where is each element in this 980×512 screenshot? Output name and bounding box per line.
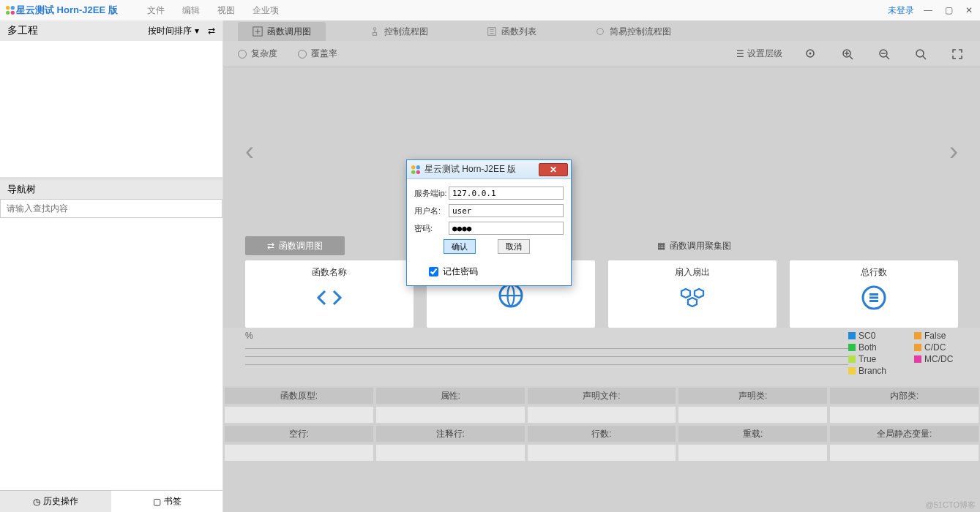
login-status[interactable]: 未登录: [888, 4, 914, 17]
prev-button[interactable]: ‹: [245, 136, 254, 167]
layers-icon: ☰: [736, 49, 744, 59]
label-proto: 函数原型:: [225, 388, 373, 404]
toolbar: 复杂度 覆盖率 ☰设置层级: [223, 41, 980, 67]
label-overload: 重载:: [678, 426, 827, 442]
swatch-icon: [914, 355, 921, 363]
call-graph-icon: [253, 26, 263, 37]
remember-password[interactable]: 记住密码: [414, 266, 564, 278]
main-menu: 文件 编辑 视图 企业项: [147, 4, 279, 17]
field-server-ip: 服务端ip:: [414, 187, 564, 200]
simple-flow-icon: [595, 26, 605, 37]
dialog-buttons: 确认 取消: [414, 239, 564, 254]
svg-point-18: [411, 170, 415, 173]
dialog-body: 服务端ip: 用户名: 密码: 确认 取消 记住密码: [407, 179, 571, 285]
legend-row: % SC0 False Both C/DC True MC/DC Branch: [223, 328, 980, 386]
nav-search-input[interactable]: [1, 200, 222, 217]
maximize-button[interactable]: ▢: [942, 4, 955, 17]
zoom-to-fit-button[interactable]: [803, 46, 819, 62]
tab-call-graph[interactable]: 函数调用图: [238, 22, 326, 41]
menu-file[interactable]: 文件: [147, 4, 165, 17]
value-cell: [528, 407, 676, 423]
tab-bookmark[interactable]: ▢ 书签: [111, 491, 222, 512]
radio-complexity[interactable]: 复杂度: [238, 48, 277, 60]
tab-call-graph-label: 函数调用图: [267, 26, 311, 38]
radio-icon: [238, 50, 247, 59]
dialog-close-button[interactable]: ✕: [539, 163, 568, 176]
stab-call-graph[interactable]: ⇄ 函数调用图: [245, 236, 345, 255]
bookmark-icon: ▢: [153, 497, 161, 507]
remember-checkbox[interactable]: [429, 267, 438, 276]
nav-tree-area: [0, 218, 222, 490]
field-password: 密码:: [414, 222, 564, 235]
sort-dropdown[interactable]: 按时间排序 ▾ ⇄: [148, 25, 215, 37]
swatch-icon: [848, 355, 856, 363]
search-button[interactable]: [913, 46, 929, 62]
label-global-static: 全局静态变量:: [830, 426, 979, 442]
username-input[interactable]: [449, 204, 564, 217]
close-button[interactable]: ✕: [962, 4, 976, 17]
percent-area: %: [245, 331, 848, 386]
server-ip-input[interactable]: [449, 187, 564, 200]
username-label: 用户名:: [414, 206, 449, 217]
tab-func-list-label: 函数列表: [501, 26, 536, 38]
legend-branch-label: Branch: [859, 366, 886, 376]
fullscreen-icon: [951, 48, 963, 60]
hline: [245, 364, 848, 365]
login-dialog: 星云测试 Horn-J2EE 版 ✕ 服务端ip: 用户名: 密码: 确认 取消…: [406, 159, 572, 286]
label-comment-lines: 注释行:: [376, 426, 525, 442]
zoom-out-icon: [878, 48, 890, 60]
ok-button[interactable]: 确认: [444, 239, 476, 254]
radio-complexity-label: 复杂度: [251, 48, 277, 60]
svg-point-8: [597, 29, 604, 35]
menu-enterprise[interactable]: 企业项: [253, 4, 279, 17]
zoom-in-button[interactable]: [839, 46, 856, 62]
tab-history[interactable]: ◷ 历史操作: [0, 491, 111, 512]
tab-control-flow[interactable]: 控制流程图: [355, 22, 443, 41]
label-blank-lines: 空行:: [225, 426, 373, 442]
next-button[interactable]: ›: [949, 136, 958, 167]
app-logo-icon: [4, 4, 16, 16]
legend-cdc-label: C/DC: [924, 342, 946, 353]
legend-sc0: SC0: [848, 331, 907, 341]
card-lines[interactable]: 总行数: [790, 260, 958, 328]
radio-coverage[interactable]: 覆盖率: [298, 48, 337, 60]
dropdown-arrow-icon: ▾: [195, 26, 199, 36]
tab-simple-flow-label: 简易控制流程图: [610, 26, 671, 38]
svg-point-2: [6, 11, 10, 15]
legend-branch: Branch: [848, 366, 907, 376]
sidebar-header: 多工程 按时间排序 ▾ ⇄: [0, 20, 222, 41]
tab-func-list[interactable]: 函数列表: [472, 22, 551, 41]
info-row-1-values: [223, 405, 980, 424]
percent-symbol: %: [245, 331, 848, 341]
nav-search[interactable]: [0, 199, 222, 218]
svg-point-19: [416, 170, 420, 173]
cards-row: 函数名称 扇入扇出 总行数: [223, 256, 980, 328]
password-input[interactable]: [449, 222, 564, 235]
fullscreen-button[interactable]: [949, 46, 965, 62]
card-func-name[interactable]: 函数名称: [245, 260, 414, 328]
swatch-icon: [914, 332, 921, 339]
swatch-icon: [848, 367, 856, 374]
hline: [245, 348, 848, 349]
zoom-out-button[interactable]: [876, 46, 892, 62]
app-logo-icon: [410, 164, 422, 176]
graph-canvas[interactable]: ‹ ›: [223, 67, 980, 236]
menu-view[interactable]: 视图: [217, 4, 235, 17]
legend-sc0-label: SC0: [859, 331, 875, 341]
card-fan[interactable]: 扇入扇出: [608, 260, 777, 328]
cancel-button[interactable]: 取消: [498, 239, 530, 254]
label-attrs: 属性:: [376, 388, 525, 404]
label-inner-class: 内部类:: [830, 388, 979, 404]
tab-simple-flow[interactable]: 简易控制流程图: [580, 22, 686, 41]
minimize-button[interactable]: —: [921, 4, 935, 17]
set-level-button[interactable]: ☰设置层级: [736, 48, 782, 60]
menu-edit[interactable]: 编辑: [182, 4, 200, 17]
list-circle-icon: [859, 283, 889, 312]
transfer-icon[interactable]: ⇄: [208, 26, 215, 36]
sidebar: 多工程 按时间排序 ▾ ⇄ 导航树 ◷ 历史操作 ▢ 书签: [0, 20, 223, 512]
value-cell: [830, 445, 979, 461]
stab-cluster-graph[interactable]: ▦ 函数调用聚集图: [635, 236, 753, 255]
dialog-titlebar[interactable]: 星云测试 Horn-J2EE 版 ✕: [407, 160, 571, 179]
zoom-in-icon: [842, 48, 853, 60]
card-lines-title: 总行数: [861, 266, 887, 279]
